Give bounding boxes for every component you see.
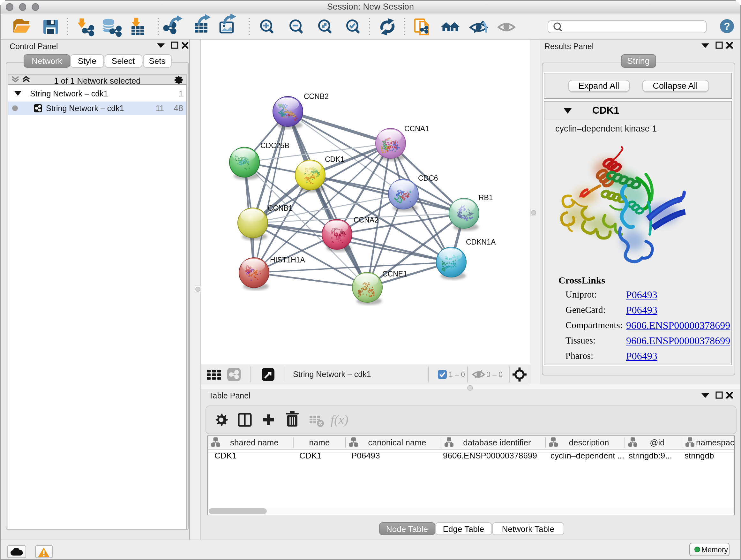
svg-text:name: name — [309, 438, 330, 447]
svg-text:RB1: RB1 — [479, 193, 493, 202]
svg-text:?: ? — [724, 20, 730, 32]
svg-text:CCNB1: CCNB1 — [268, 204, 293, 212]
svg-text:canonical name: canonical name — [368, 438, 426, 447]
svg-text:shared name: shared name — [230, 438, 279, 447]
svg-text:CCNE1: CCNE1 — [382, 270, 407, 278]
svg-text:CDC6: CDC6 — [418, 174, 438, 182]
svg-text:@id: @id — [650, 438, 665, 447]
svg-text:CDK1: CDK1 — [325, 155, 344, 164]
svg-text:CCNB2: CCNB2 — [304, 92, 329, 101]
svg-text:CDKN1A: CDKN1A — [466, 238, 496, 246]
svg-text:0 – 0: 0 – 0 — [486, 370, 502, 379]
svg-text:CCNA1: CCNA1 — [404, 125, 429, 133]
svg-text:description: description — [569, 438, 609, 447]
svg-text:database identifier: database identifier — [463, 438, 531, 447]
svg-text:String Network – cdk1: String Network – cdk1 — [293, 370, 371, 379]
svg-text:namespace: namespace — [696, 438, 735, 447]
svg-text:CCNA2: CCNA2 — [354, 216, 379, 224]
svg-text:1 – 0: 1 – 0 — [449, 370, 465, 379]
svg-text:CDC25B: CDC25B — [260, 141, 289, 150]
svg-text:f(x): f(x) — [331, 413, 348, 427]
svg-text:HIST1H1A: HIST1H1A — [270, 256, 306, 264]
